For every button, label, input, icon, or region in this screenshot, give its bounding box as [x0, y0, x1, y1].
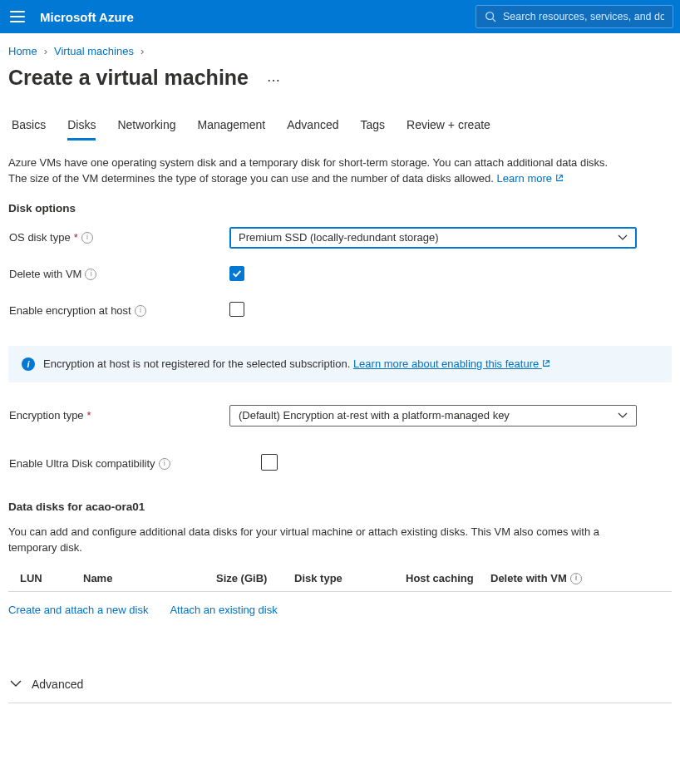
disk-actions: Create and attach a new disk Attach an e…: [8, 604, 672, 616]
delete-with-vm-label: Delete with VM i: [8, 268, 229, 280]
encryption-type-dropdown[interactable]: (Default) Encryption at-rest with a plat…: [229, 405, 637, 427]
brand-label: Microsoft Azure: [40, 10, 134, 24]
chevron-down-icon: [618, 412, 628, 419]
chevron-down-icon: [10, 680, 22, 688]
search-icon: [485, 11, 496, 22]
chevron-right-icon: ›: [44, 45, 47, 57]
ultra-disk-label: Enable Ultra Disk compatibility i: [8, 457, 229, 470]
external-link-icon: [542, 359, 550, 367]
info-icon[interactable]: i: [570, 573, 582, 584]
col-name: Name: [83, 572, 216, 584]
banner-body: Encryption at host is not registered for…: [43, 357, 350, 370]
data-disks-intro: You can add and configure additional dat…: [8, 525, 623, 556]
tabs: Basics Disks Networking Management Advan…: [12, 115, 672, 141]
tab-disks[interactable]: Disks: [67, 115, 96, 141]
label-text: Enable Ultra Disk compatibility: [9, 457, 155, 470]
more-actions-button[interactable]: ⋯: [267, 69, 281, 87]
breadcrumb-vms[interactable]: Virtual machines: [54, 45, 134, 57]
disk-options-heading: Disk options: [8, 202, 672, 214]
col-lun: LUN: [20, 572, 83, 584]
page-title-row: Create a virtual machine ⋯: [8, 66, 672, 90]
tab-networking[interactable]: Networking: [117, 115, 175, 141]
delete-with-vm-row: Delete with VM i: [8, 263, 672, 286]
tab-management[interactable]: Management: [198, 115, 266, 141]
tab-review-create[interactable]: Review + create: [407, 115, 490, 141]
banner-learn-more-link[interactable]: Learn more about enabling this feature: [353, 357, 550, 370]
col-delete: Delete with VM i: [490, 572, 582, 584]
info-icon: i: [22, 357, 35, 371]
data-disks-heading: Data disks for acao-ora01: [8, 500, 672, 513]
intro-learn-more-link[interactable]: Learn more: [497, 172, 564, 185]
hamburger-menu-icon[interactable]: [10, 11, 25, 22]
required-asterisk: *: [87, 409, 91, 422]
tab-tags[interactable]: Tags: [361, 115, 386, 141]
search-field[interactable]: [503, 11, 664, 22]
col-type: Disk type: [294, 572, 406, 584]
info-icon[interactable]: i: [159, 458, 170, 470]
delete-with-vm-checkbox[interactable]: [229, 266, 244, 281]
link-label: Learn more about enabling this feature: [353, 357, 539, 370]
external-link-icon: [555, 174, 564, 182]
encryption-at-host-checkbox[interactable]: [229, 302, 244, 317]
data-disks-table-header: LUN Name Size (GiB) Disk type Host cachi…: [8, 565, 672, 592]
col-cache: Host caching: [406, 572, 490, 584]
label-text: OS disk type: [9, 231, 71, 244]
dropdown-value: (Default) Encryption at-rest with a plat…: [239, 409, 510, 422]
label-text: Encryption type: [9, 409, 84, 422]
attach-disk-link[interactable]: Attach an existing disk: [170, 604, 277, 616]
label-text: Delete with VM: [9, 268, 81, 280]
ultra-disk-checkbox[interactable]: [261, 454, 278, 471]
chevron-down-icon: [618, 234, 628, 241]
intro-text: Azure VMs have one operating system disk…: [8, 155, 623, 187]
global-search-input[interactable]: [476, 5, 673, 28]
learn-more-label: Learn more: [497, 172, 552, 185]
label-text: Enable encryption at host: [9, 304, 131, 317]
encryption-type-row: Encryption type * (Default) Encryption a…: [8, 404, 672, 427]
advanced-section-toggle[interactable]: Advanced: [8, 666, 672, 703]
col-size: Size (GiB): [216, 572, 294, 584]
svg-point-0: [486, 12, 494, 20]
os-disk-type-row: OS disk type * i Premium SSD (locally-re…: [8, 226, 672, 249]
chevron-right-icon: ›: [140, 45, 144, 57]
tab-advanced[interactable]: Advanced: [287, 115, 338, 141]
encryption-at-host-label: Enable encryption at host i: [8, 304, 229, 317]
info-icon[interactable]: i: [81, 232, 93, 244]
encryption-type-label: Encryption type *: [8, 409, 229, 422]
svg-line-1: [493, 19, 496, 22]
banner-text: Encryption at host is not registered for…: [43, 357, 550, 370]
dropdown-value: Premium SSD (locally-redundant storage): [239, 231, 439, 244]
required-asterisk: *: [74, 231, 78, 244]
breadcrumb: Home › Virtual machines ›: [8, 45, 672, 57]
tab-basics[interactable]: Basics: [12, 115, 46, 141]
topbar: Microsoft Azure: [0, 0, 680, 33]
content-area: Home › Virtual machines › Create a virtu…: [0, 33, 680, 784]
ultra-disk-row: Enable Ultra Disk compatibility i: [8, 452, 672, 476]
os-disk-type-dropdown[interactable]: Premium SSD (locally-redundant storage): [229, 227, 637, 249]
create-disk-link[interactable]: Create and attach a new disk: [8, 604, 148, 616]
page-title: Create a virtual machine: [8, 66, 249, 90]
info-icon[interactable]: i: [85, 269, 96, 280]
advanced-label: Advanced: [32, 678, 83, 691]
info-icon[interactable]: i: [135, 305, 146, 317]
data-disks-section: Data disks for acao-ora01 You can add an…: [8, 500, 672, 617]
encryption-host-banner: i Encryption at host is not registered f…: [8, 346, 672, 382]
breadcrumb-home[interactable]: Home: [8, 45, 37, 57]
label-text: Delete with VM: [490, 572, 567, 584]
encryption-at-host-row: Enable encryption at host i: [8, 299, 672, 323]
os-disk-type-label: OS disk type * i: [8, 231, 229, 244]
